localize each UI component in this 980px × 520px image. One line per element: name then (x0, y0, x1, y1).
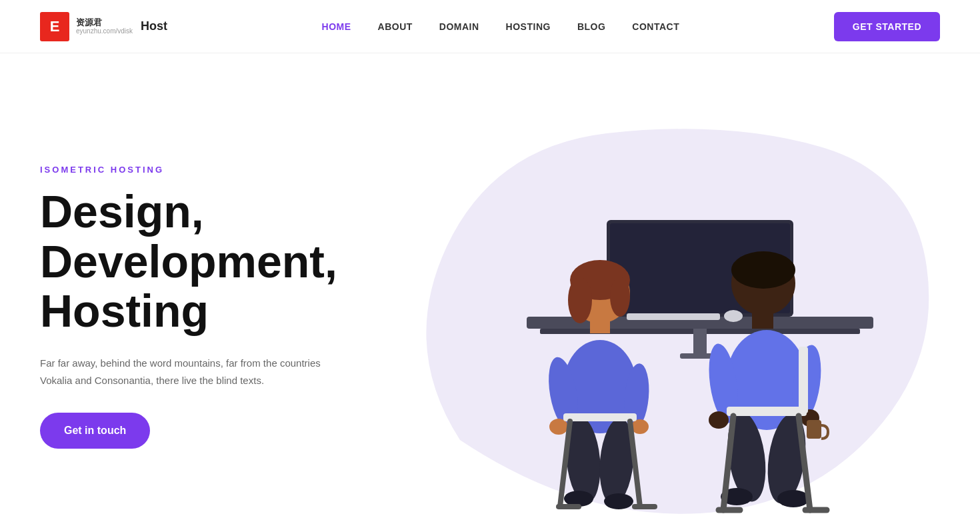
svg-point-28 (731, 251, 795, 289)
svg-point-10 (568, 277, 592, 323)
nav-item-about[interactable]: ABOUT (378, 21, 413, 33)
svg-point-58 (724, 310, 743, 322)
nav-item-hosting[interactable]: HOSTING (506, 21, 551, 33)
svg-rect-40 (799, 347, 808, 413)
nav-link-contact[interactable]: CONTACT (632, 21, 679, 32)
nav-item-blog[interactable]: BLOG (577, 21, 605, 33)
hero-section: ISOMETRIC HOSTING Design, Development, H… (0, 53, 980, 520)
hero-title-line1: Design, (40, 186, 204, 237)
svg-rect-39 (727, 407, 807, 416)
logo-host: Host (141, 19, 167, 33)
nav-links: HOME ABOUT DOMAIN HOSTING BLOG CONTACT (322, 21, 680, 33)
logo-text-block: 资源君 eyunzhu.com/vdisk (76, 17, 133, 36)
nav-item-contact[interactable]: CONTACT (632, 21, 679, 33)
logo-chinese: 资源君 (76, 17, 133, 28)
svg-point-32 (709, 411, 729, 429)
hero-title-line2: Development, (40, 236, 337, 287)
svg-rect-29 (752, 310, 773, 329)
hero-label: ISOMETRIC HOSTING (40, 165, 337, 175)
nav-link-about[interactable]: ABOUT (378, 21, 413, 32)
svg-rect-34 (807, 420, 821, 439)
hero-title: Design, Development, Hosting (40, 187, 337, 336)
hero-illustration (393, 80, 940, 520)
svg-rect-2 (693, 329, 707, 355)
logo[interactable]: E 资源君 eyunzhu.com/vdisk Host (40, 12, 167, 41)
hero-description: Far far away, behind the word mountains,… (40, 355, 327, 389)
navbar: E 资源君 eyunzhu.com/vdisk Host HOME ABOUT … (0, 0, 980, 53)
svg-rect-12 (590, 317, 610, 333)
hero-content: ISOMETRIC HOSTING Design, Development, H… (40, 165, 337, 449)
nav-link-blog[interactable]: BLOG (577, 21, 605, 32)
svg-point-16 (631, 419, 649, 434)
logo-icon: E (40, 12, 69, 41)
svg-point-11 (610, 277, 630, 317)
nav-link-domain[interactable]: DOMAIN (439, 21, 479, 32)
get-in-touch-button[interactable]: Get in touch (40, 413, 150, 449)
nav-item-home[interactable]: HOME (322, 21, 351, 33)
get-started-button[interactable]: GET STARTED (834, 12, 940, 41)
hero-title-line3: Hosting (40, 285, 209, 336)
nav-item-domain[interactable]: DOMAIN (439, 21, 479, 33)
svg-point-20 (604, 493, 633, 509)
nav-link-home[interactable]: HOME (322, 21, 351, 32)
svg-point-38 (777, 490, 809, 507)
nav-link-hosting[interactable]: HOSTING (506, 21, 551, 32)
logo-url: eyunzhu.com/vdisk (76, 27, 133, 35)
svg-rect-21 (563, 413, 637, 421)
svg-rect-57 (627, 313, 720, 320)
hero-svg-illustration (393, 80, 940, 520)
